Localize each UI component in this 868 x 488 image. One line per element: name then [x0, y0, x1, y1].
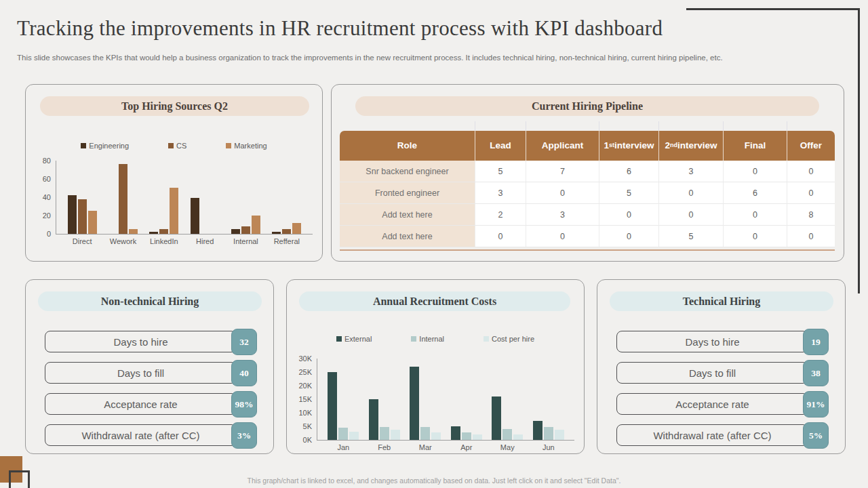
bar-group-feb: Feb: [369, 359, 400, 440]
bar-cost-per-hire-may: [513, 434, 523, 440]
stat-row: Withdrawal rate (after CC)3%: [45, 422, 257, 449]
legend-swatch-icon: [226, 143, 231, 148]
table-cell: 8: [787, 204, 835, 226]
x-tick-label: LinkedIn: [150, 237, 178, 245]
panel-title-annual-recruitment-costs: Annual Recruitment Costs: [299, 291, 570, 311]
bar-internal-may: [502, 429, 512, 440]
y-tick-label: 20K: [298, 381, 312, 390]
stat-label: Withdrawal rate (after CC): [45, 424, 237, 446]
legend-label: CS: [176, 142, 186, 150]
legend-item: Cost per hire: [484, 335, 534, 343]
tick-cell: [599, 121, 659, 131]
stat-value-badge: 40: [231, 360, 257, 386]
table-cell: 3: [659, 161, 724, 182]
stat-label: Days to hire: [45, 331, 237, 352]
stat-label: Acceptance rate: [45, 393, 237, 415]
bar-group-apr: Apr: [451, 359, 482, 440]
stat-value-badge: 38: [803, 360, 829, 386]
legend-label: External: [344, 335, 372, 343]
table-cell: 0: [526, 226, 599, 247]
bar-group-mar: Mar: [410, 359, 441, 440]
bar-external-jun: [533, 421, 542, 440]
legend-item: Internal: [411, 335, 444, 343]
x-tick-label: Feb: [378, 443, 391, 451]
tick-cell: [340, 121, 475, 131]
table-row: Snr backend engineer576300: [340, 161, 835, 182]
stat-label: Days to fill: [45, 362, 237, 384]
legend-item: Marketing: [226, 142, 267, 150]
bar-cs-wework: [119, 164, 127, 234]
table-cell: 3: [526, 204, 599, 226]
bar-cost-per-hire-feb: [391, 430, 400, 440]
bar-cs-direct: [78, 199, 87, 234]
y-axis: 0K5K10K15K20K25K30K: [296, 359, 317, 440]
x-tick-label: Direct: [73, 237, 92, 245]
y-tick-label: 0K: [303, 435, 312, 445]
table-row: Add text here230008: [340, 204, 835, 226]
column-header: 2nd interview: [659, 131, 724, 161]
table-cell: 0: [475, 226, 526, 247]
legend-label: Cost per hire: [492, 335, 534, 343]
x-tick-label: Hired: [196, 237, 214, 245]
role-cell: Fronted engineer: [340, 182, 475, 204]
bar-group-hired: Hired: [191, 161, 220, 234]
x-tick-label: Mar: [419, 443, 432, 451]
pipeline-table[interactable]: RoleLeadApplicant1st interview2nd interv…: [340, 121, 835, 251]
bar-group-jan: Jan: [328, 359, 359, 440]
role-cell: Snr backend engineer: [340, 161, 475, 182]
bar-internal-apr: [462, 432, 471, 440]
bar-external-apr: [451, 426, 460, 440]
panel-title-current-hiring-pipeline: Current Hiring Pipeline: [355, 96, 819, 116]
table-cell: 3: [475, 182, 526, 204]
stat-row: Days to hire32: [45, 329, 257, 356]
bar-cost-per-hire-jun: [555, 430, 564, 440]
outline-square-decoration: [9, 470, 30, 488]
x-tick-label: Jan: [337, 443, 349, 451]
stat-value-badge: 3%: [231, 422, 257, 449]
legend-swatch-icon: [81, 143, 86, 148]
plot-area: JanFebMarAprMayJun: [317, 359, 574, 441]
legend-item: CS: [168, 142, 186, 150]
x-tick-label: Jun: [542, 443, 555, 451]
bar-group-direct: Direct: [68, 161, 97, 234]
panel-top-hiring-sources: Top Hiring Sources Q2 EngineeringCSMarke…: [25, 84, 323, 262]
bar-engineering-direct: [68, 195, 77, 234]
tick-cell: [475, 121, 526, 131]
y-tick-label: 15K: [298, 394, 312, 404]
legend-label: Marketing: [234, 142, 267, 150]
stat-value-badge: 19: [803, 329, 829, 355]
chart-legend: EngineeringCSMarketing: [35, 140, 313, 152]
bar-group-refferal: Refferal: [272, 161, 301, 234]
slide: Tracking the improvements in HR recruitm…: [0, 0, 868, 488]
table-header-row: RoleLeadApplicant1st interview2nd interv…: [340, 131, 835, 161]
bar-marketing-linkedin: [170, 188, 178, 234]
chart-legend: ExternalInternalCost per hire: [296, 333, 574, 345]
bar-cs-refferal: [282, 229, 291, 234]
y-tick-label: 30K: [298, 354, 312, 363]
x-tick-label: Apr: [460, 443, 472, 451]
tick-cell: [526, 121, 599, 131]
panel-annual-recruitment-costs: Annual Recruitment Costs ExternalInterna…: [286, 279, 585, 454]
stat-label: Acceptance rate: [616, 393, 808, 415]
stat-label: Days to hire: [616, 331, 808, 352]
table-cell: 0: [526, 182, 599, 204]
tick-cell: [787, 121, 835, 131]
bar-internal-mar: [420, 427, 430, 440]
annual-recruitment-costs-chart[interactable]: ExternalInternalCost per hire 0K5K10K15K…: [296, 329, 574, 448]
top-hiring-sources-chart[interactable]: EngineeringCSMarketing 020406080 DirectW…: [35, 136, 313, 254]
panel-title-non-technical-hiring: Non-technical Hiring: [38, 291, 262, 311]
bar-engineering-hired: [191, 198, 199, 234]
x-tick-label: Refferal: [274, 237, 300, 245]
bar-external-jan: [328, 372, 337, 440]
table-bottom-rule: [340, 249, 835, 251]
table-cell: 0: [724, 204, 787, 226]
stat-label: Withdrawal rate (after CC): [616, 424, 808, 446]
stat-value-badge: 98%: [231, 391, 257, 418]
bar-marketing-wework: [129, 229, 138, 234]
technical-stats: Days to hire19Days to fill38Acceptance r…: [616, 329, 829, 449]
panel-current-hiring-pipeline: Current Hiring Pipeline RoleLeadApplican…: [331, 84, 844, 262]
stat-row: Days to fill38: [616, 360, 829, 387]
x-tick-label: Wework: [110, 237, 137, 245]
plot-area: DirectWeworkLinkedInHiredInternalReffera…: [56, 161, 313, 235]
table-cell: 0: [599, 226, 659, 247]
